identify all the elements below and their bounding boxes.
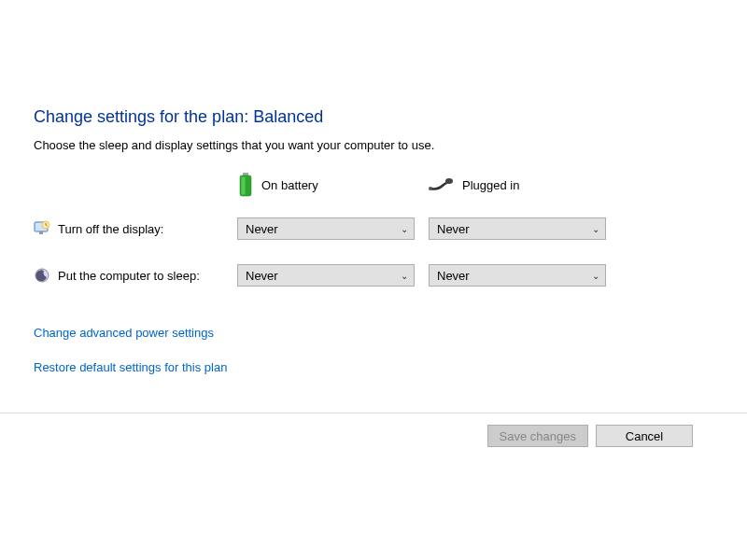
footer-buttons: Save changes Cancel [0, 413, 747, 447]
cancel-button[interactable]: Cancel [596, 425, 693, 447]
dropdown-value: Never [246, 269, 278, 283]
advanced-settings-link[interactable]: Change advanced power settings [34, 326, 214, 340]
sleep-battery-dropdown[interactable]: Never ⌄ [237, 264, 415, 287]
save-button[interactable]: Save changes [487, 425, 588, 447]
dropdown-value: Never [437, 269, 470, 283]
dropdown-value: Never [437, 222, 470, 236]
svg-rect-2 [242, 177, 246, 195]
battery-icon [237, 173, 254, 197]
column-headers: On battery Plugged in [34, 173, 713, 197]
svg-rect-6 [39, 231, 43, 234]
dropdown-value: Never [246, 222, 278, 236]
display-plugged-dropdown[interactable]: Never ⌄ [429, 217, 606, 240]
chevron-down-icon: ⌄ [401, 224, 408, 234]
restore-defaults-link[interactable]: Restore default settings for this plan [34, 360, 227, 374]
display-row: Turn off the display: Never ⌄ Never ⌄ [34, 217, 713, 240]
plug-icon [429, 177, 455, 192]
sleep-label: Put the computer to sleep: [58, 269, 200, 283]
chevron-down-icon: ⌄ [592, 271, 599, 281]
svg-point-4 [429, 187, 432, 190]
svg-rect-0 [243, 173, 248, 175]
subtitle-text: Choose the sleep and display settings th… [34, 138, 713, 152]
display-label: Turn off the display: [58, 222, 163, 236]
chevron-down-icon: ⌄ [592, 224, 599, 234]
chevron-down-icon: ⌄ [401, 271, 408, 281]
sleep-plugged-dropdown[interactable]: Never ⌄ [429, 264, 606, 287]
moon-icon [34, 267, 50, 284]
svg-point-3 [445, 178, 453, 184]
monitor-icon [34, 220, 50, 237]
page-title: Change settings for the plan: Balanced [34, 107, 713, 127]
sleep-row: Put the computer to sleep: Never ⌄ Never… [34, 264, 713, 287]
plugged-in-label: Plugged in [462, 178, 519, 192]
display-battery-dropdown[interactable]: Never ⌄ [237, 217, 415, 240]
on-battery-label: On battery [261, 178, 318, 192]
